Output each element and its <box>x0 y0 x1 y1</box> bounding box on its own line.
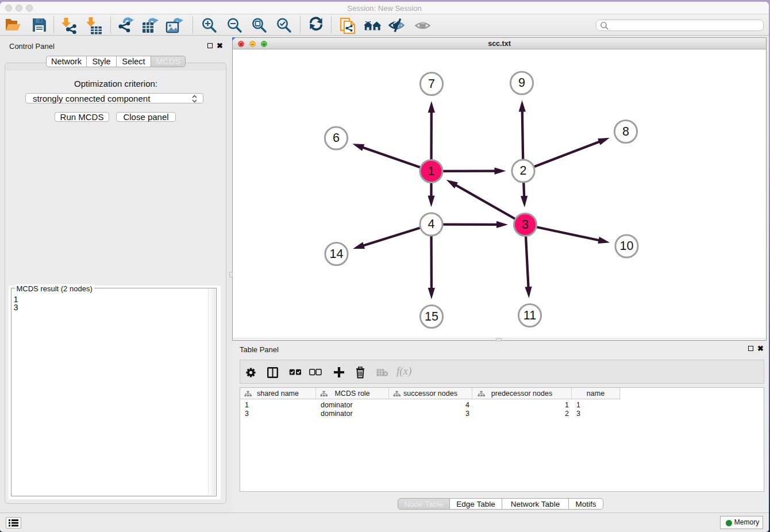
svg-text:6: 6 <box>333 131 340 145</box>
svg-text:7: 7 <box>428 76 435 90</box>
svg-text:11: 11 <box>523 308 536 322</box>
svg-text:3: 3 <box>522 217 529 231</box>
svg-text:4: 4 <box>428 217 435 231</box>
svg-text:14: 14 <box>330 246 344 260</box>
svg-text:10: 10 <box>620 239 634 253</box>
svg-text:2: 2 <box>520 164 527 178</box>
svg-text:1: 1 <box>428 164 435 178</box>
svg-text:9: 9 <box>518 76 525 90</box>
svg-text:15: 15 <box>425 309 438 323</box>
svg-text:8: 8 <box>622 124 629 138</box>
